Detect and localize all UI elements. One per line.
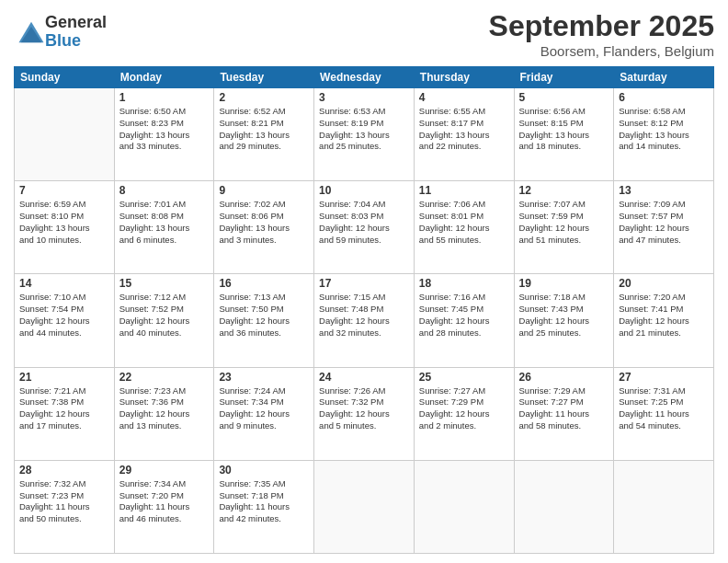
cell-line: and 9 minutes.: [219, 420, 276, 431]
day-number: 19: [519, 277, 609, 290]
table-row: [514, 460, 614, 553]
day-number: 10: [319, 184, 409, 197]
cell-content: Sunrise: 7:34 AMSunset: 7:20 PMDaylight:…: [119, 478, 210, 525]
cell-line: and 59 minutes.: [319, 235, 381, 245]
cell-line: Sunrise: 7:09 AM: [619, 199, 685, 209]
cell-line: Daylight: 11 hours: [519, 408, 590, 419]
calendar-week-row: 14Sunrise: 7:10 AMSunset: 7:54 PMDayligh…: [15, 274, 714, 367]
cell-content: Sunrise: 7:16 AMSunset: 7:45 PMDaylight:…: [419, 292, 509, 339]
day-number: 8: [119, 184, 210, 197]
cell-line: Daylight: 13 hours: [619, 130, 689, 140]
cell-line: Daylight: 12 hours: [519, 223, 590, 233]
cell-line: and 25 minutes.: [319, 141, 381, 151]
cell-content: Sunrise: 7:32 AMSunset: 7:23 PMDaylight:…: [19, 478, 109, 525]
cell-line: Sunset: 7:36 PM: [119, 396, 184, 407]
cell-line: and 36 minutes.: [219, 327, 281, 338]
cell-line: Sunset: 7:45 PM: [419, 304, 483, 314]
day-number: 12: [519, 184, 609, 197]
cell-line: Sunset: 7:43 PM: [519, 304, 584, 314]
cell-line: Daylight: 13 hours: [19, 223, 90, 233]
cell-line: Sunrise: 6:50 AM: [119, 106, 186, 116]
day-number: 27: [619, 371, 709, 384]
cell-content: Sunrise: 7:21 AMSunset: 7:38 PMDaylight:…: [19, 385, 109, 432]
cell-line: Sunrise: 7:18 AM: [519, 292, 586, 302]
cell-line: Daylight: 13 hours: [219, 130, 290, 140]
cell-line: Daylight: 11 hours: [119, 501, 190, 511]
table-row: 22Sunrise: 7:23 AMSunset: 7:36 PMDayligh…: [114, 367, 214, 460]
cell-line: and 33 minutes.: [119, 141, 182, 151]
cell-line: Sunset: 7:29 PM: [419, 396, 483, 407]
table-row: 6Sunrise: 6:58 AMSunset: 8:12 PMDaylight…: [614, 88, 714, 181]
table-row: 10Sunrise: 7:04 AMSunset: 8:03 PMDayligh…: [314, 181, 415, 274]
calendar-week-row: 7Sunrise: 6:59 AMSunset: 8:10 PMDaylight…: [15, 181, 714, 274]
table-row: 1Sunrise: 6:50 AMSunset: 8:23 PMDaylight…: [114, 88, 214, 181]
table-row: 11Sunrise: 7:06 AMSunset: 8:01 PMDayligh…: [414, 181, 514, 274]
month-title: September 2025: [489, 9, 714, 43]
table-row: 7Sunrise: 6:59 AMSunset: 8:10 PMDaylight…: [15, 181, 115, 274]
cell-line: and 29 minutes.: [219, 141, 281, 151]
calendar-week-row: 28Sunrise: 7:32 AMSunset: 7:23 PMDayligh…: [15, 460, 714, 553]
cell-content: Sunrise: 7:35 AMSunset: 7:18 PMDaylight:…: [219, 478, 309, 525]
cell-line: Sunrise: 6:55 AM: [419, 106, 485, 116]
table-row: 26Sunrise: 7:29 AMSunset: 7:27 PMDayligh…: [514, 367, 614, 460]
cell-line: Sunset: 7:54 PM: [19, 304, 84, 314]
table-row: 9Sunrise: 7:02 AMSunset: 8:06 PMDaylight…: [214, 181, 314, 274]
table-row: 5Sunrise: 6:56 AMSunset: 8:15 PMDaylight…: [514, 88, 614, 181]
cell-content: Sunrise: 6:59 AMSunset: 8:10 PMDaylight:…: [19, 199, 109, 246]
cell-line: Sunset: 7:27 PM: [519, 396, 584, 407]
cell-line: Sunset: 8:03 PM: [319, 211, 383, 221]
cell-line: Daylight: 13 hours: [119, 130, 190, 140]
col-sunday: Sunday: [15, 67, 115, 88]
cell-line: Sunrise: 7:21 AM: [19, 385, 85, 396]
cell-line: and 28 minutes.: [419, 327, 482, 338]
cell-line: Sunset: 7:25 PM: [619, 396, 683, 407]
day-number: 15: [119, 277, 210, 290]
table-row: 15Sunrise: 7:12 AMSunset: 7:52 PMDayligh…: [114, 274, 214, 367]
logo: General Blue: [14, 14, 107, 51]
table-row: 27Sunrise: 7:31 AMSunset: 7:25 PMDayligh…: [614, 367, 714, 460]
cell-line: and 14 minutes.: [619, 141, 681, 151]
cell-line: Sunset: 8:19 PM: [319, 118, 383, 128]
cell-line: Daylight: 13 hours: [119, 223, 190, 233]
calendar-header-row: Sunday Monday Tuesday Wednesday Thursday…: [15, 67, 714, 88]
cell-line: Sunrise: 7:34 AM: [119, 478, 186, 488]
cell-content: Sunrise: 6:50 AMSunset: 8:23 PMDaylight:…: [119, 106, 210, 153]
cell-content: Sunrise: 7:26 AMSunset: 7:32 PMDaylight:…: [319, 385, 409, 432]
cell-line: Sunset: 7:48 PM: [319, 304, 383, 314]
cell-line: Sunset: 7:41 PM: [619, 304, 683, 314]
table-row: 29Sunrise: 7:34 AMSunset: 7:20 PMDayligh…: [114, 460, 214, 553]
cell-line: Daylight: 11 hours: [19, 501, 90, 511]
day-number: 24: [319, 371, 409, 384]
cell-content: Sunrise: 7:24 AMSunset: 7:34 PMDaylight:…: [219, 385, 309, 432]
cell-line: Daylight: 12 hours: [219, 408, 290, 419]
cell-line: Sunset: 7:59 PM: [519, 211, 584, 221]
day-number: 17: [319, 277, 409, 290]
cell-line: and 47 minutes.: [619, 235, 681, 245]
col-wednesday: Wednesday: [314, 67, 415, 88]
cell-line: Sunrise: 7:04 AM: [319, 199, 385, 209]
day-number: 23: [219, 371, 309, 384]
cell-line: Sunrise: 6:53 AM: [319, 106, 385, 116]
cell-line: Sunset: 7:32 PM: [319, 396, 383, 407]
day-number: 4: [419, 91, 509, 104]
cell-line: and 18 minutes.: [519, 141, 582, 151]
cell-line: Sunset: 8:01 PM: [419, 211, 483, 221]
table-row: 13Sunrise: 7:09 AMSunset: 7:57 PMDayligh…: [614, 181, 714, 274]
cell-line: Sunset: 8:17 PM: [419, 118, 483, 128]
cell-line: Daylight: 12 hours: [119, 316, 190, 326]
table-row: 4Sunrise: 6:55 AMSunset: 8:17 PMDaylight…: [414, 88, 514, 181]
day-number: 26: [519, 371, 609, 384]
cell-line: and 54 minutes.: [619, 420, 681, 431]
cell-line: Daylight: 12 hours: [319, 223, 390, 233]
cell-line: and 10 minutes.: [19, 235, 82, 245]
table-row: 12Sunrise: 7:07 AMSunset: 7:59 PMDayligh…: [514, 181, 614, 274]
day-number: 29: [119, 464, 210, 477]
cell-line: Sunset: 8:23 PM: [119, 118, 184, 128]
day-number: 5: [519, 91, 609, 104]
cell-content: Sunrise: 7:04 AMSunset: 8:03 PMDaylight:…: [319, 199, 409, 246]
cell-line: and 40 minutes.: [119, 327, 182, 338]
col-monday: Monday: [114, 67, 214, 88]
cell-line: and 58 minutes.: [519, 420, 582, 431]
cell-line: Daylight: 12 hours: [419, 408, 490, 419]
cell-line: Sunrise: 6:59 AM: [19, 199, 85, 209]
